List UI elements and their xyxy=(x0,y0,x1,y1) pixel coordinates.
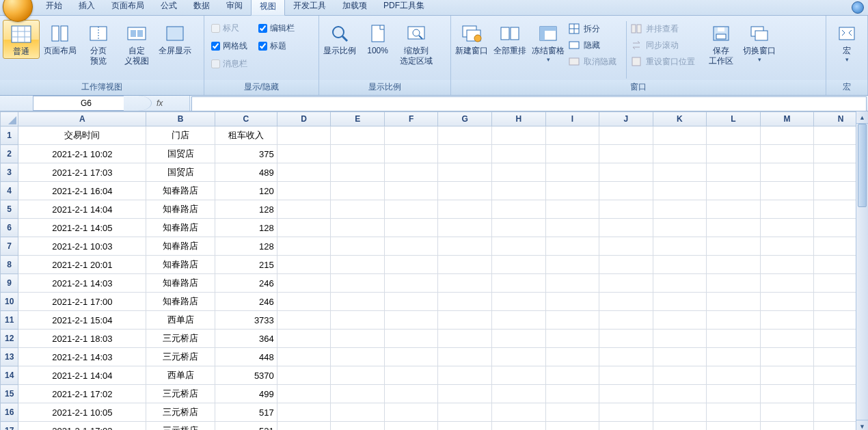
cell-B3[interactable]: 国贸店 xyxy=(146,163,215,182)
cell-D11[interactable] xyxy=(277,311,331,330)
cell-E14[interactable] xyxy=(331,366,385,385)
view-page-layout-button[interactable]: 页面布局 xyxy=(42,20,78,57)
cell-C7[interactable]: 128 xyxy=(215,237,277,256)
cell-H16[interactable] xyxy=(492,403,546,422)
zoom-button[interactable]: 显示比例 xyxy=(322,20,357,57)
cell-G6[interactable] xyxy=(438,219,492,237)
cell-G14[interactable] xyxy=(438,366,492,385)
cell-M5[interactable] xyxy=(760,200,814,219)
cell-I1[interactable] xyxy=(545,126,599,145)
cell-G15[interactable] xyxy=(438,385,492,403)
cell-H2[interactable] xyxy=(492,145,546,163)
cell-H8[interactable] xyxy=(492,256,546,274)
cell-H5[interactable] xyxy=(492,200,546,219)
row-header-11[interactable]: 11 xyxy=(1,311,18,330)
cell-B12[interactable]: 三元桥店 xyxy=(146,330,215,348)
cell-D6[interactable] xyxy=(277,219,331,237)
tab-开发工具[interactable]: 开发工具 xyxy=(285,0,334,15)
cell-E8[interactable] xyxy=(331,256,385,274)
tab-插入[interactable]: 插入 xyxy=(70,0,103,15)
cell-M15[interactable] xyxy=(760,385,814,403)
cell-K12[interactable] xyxy=(653,330,707,348)
cell-I9[interactable] xyxy=(545,274,599,293)
cell-M9[interactable] xyxy=(760,274,814,293)
cell-B9[interactable]: 知春路店 xyxy=(146,274,215,293)
cell-J5[interactable] xyxy=(599,200,653,219)
cell-F9[interactable] xyxy=(384,274,438,293)
cell-K7[interactable] xyxy=(653,237,707,256)
cell-I3[interactable] xyxy=(545,163,599,182)
cell-H9[interactable] xyxy=(492,274,546,293)
cell-M4[interactable] xyxy=(760,182,814,200)
cell-G1[interactable] xyxy=(438,126,492,145)
cell-L2[interactable] xyxy=(707,145,761,163)
cell-E16[interactable] xyxy=(331,403,385,422)
cell-K11[interactable] xyxy=(653,311,707,330)
cell-E2[interactable] xyxy=(331,145,385,163)
cell-H4[interactable] xyxy=(492,182,546,200)
cell-E7[interactable] xyxy=(331,237,385,256)
cell-H10[interactable] xyxy=(492,293,546,311)
col-header-F[interactable]: F xyxy=(384,112,438,126)
col-header-J[interactable]: J xyxy=(599,112,653,126)
cell-G16[interactable] xyxy=(438,403,492,422)
save-workspace-button[interactable]: 保存 工作区 xyxy=(703,20,739,68)
cell-I14[interactable] xyxy=(545,366,599,385)
cell-A1[interactable]: 交易时间 xyxy=(18,126,146,145)
row-header-12[interactable]: 12 xyxy=(1,330,18,348)
cell-A16[interactable]: 2021-2-1 10:05 xyxy=(18,403,146,422)
cell-C1[interactable]: 租车收入 xyxy=(215,126,277,145)
cell-L13[interactable] xyxy=(707,348,761,366)
cell-F8[interactable] xyxy=(384,256,438,274)
cell-E9[interactable] xyxy=(331,274,385,293)
cell-F15[interactable] xyxy=(384,385,438,403)
cell-C5[interactable]: 128 xyxy=(215,200,277,219)
cell-M11[interactable] xyxy=(760,311,814,330)
cell-M7[interactable] xyxy=(760,237,814,256)
cell-F1[interactable] xyxy=(384,126,438,145)
cell-D14[interactable] xyxy=(277,366,331,385)
cell-D12[interactable] xyxy=(277,330,331,348)
row-header-9[interactable]: 9 xyxy=(1,274,18,293)
cell-J11[interactable] xyxy=(599,311,653,330)
cell-B10[interactable]: 知春路店 xyxy=(146,293,215,311)
cell-E12[interactable] xyxy=(331,330,385,348)
cell-F13[interactable] xyxy=(384,348,438,366)
cell-D16[interactable] xyxy=(277,403,331,422)
cell-D3[interactable] xyxy=(277,163,331,182)
cell-B4[interactable]: 知春路店 xyxy=(146,182,215,200)
cell-K6[interactable] xyxy=(653,219,707,237)
cell-C14[interactable]: 5370 xyxy=(215,366,277,385)
cell-I16[interactable] xyxy=(545,403,599,422)
cell-A17[interactable]: 2021-2-1 17:03 xyxy=(18,422,146,431)
cell-A9[interactable]: 2021-2-1 14:03 xyxy=(18,274,146,293)
cell-B16[interactable]: 三元桥店 xyxy=(146,403,215,422)
row-header-7[interactable]: 7 xyxy=(1,237,18,256)
hide-button[interactable]: 隐藏 xyxy=(569,38,622,53)
cell-J15[interactable] xyxy=(599,385,653,403)
cell-B14[interactable]: 西单店 xyxy=(146,366,215,385)
cell-K14[interactable] xyxy=(653,366,707,385)
cell-M10[interactable] xyxy=(760,293,814,311)
cell-J10[interactable] xyxy=(599,293,653,311)
freeze-panes-button[interactable]: 冻结窗格 xyxy=(530,20,566,65)
cell-H14[interactable] xyxy=(492,366,546,385)
cell-H12[interactable] xyxy=(492,330,546,348)
cell-K16[interactable] xyxy=(653,403,707,422)
cell-J1[interactable] xyxy=(599,126,653,145)
cell-D2[interactable] xyxy=(277,145,331,163)
cell-B15[interactable]: 三元桥店 xyxy=(146,385,215,403)
cell-E11[interactable] xyxy=(331,311,385,330)
cell-G5[interactable] xyxy=(438,200,492,219)
cell-M3[interactable] xyxy=(760,163,814,182)
help-icon[interactable] xyxy=(852,1,864,14)
cell-B6[interactable]: 知春路店 xyxy=(146,219,215,237)
macro-button[interactable]: 宏 xyxy=(829,20,865,65)
zoom-100-button[interactable]: 100% xyxy=(360,20,396,57)
cell-L8[interactable] xyxy=(707,256,761,274)
scroll-down-button[interactable]: ▼ xyxy=(856,420,868,430)
scroll-thumb[interactable] xyxy=(858,124,867,207)
cell-H15[interactable] xyxy=(492,385,546,403)
cell-L6[interactable] xyxy=(707,219,761,237)
row-header-16[interactable]: 16 xyxy=(1,403,18,422)
